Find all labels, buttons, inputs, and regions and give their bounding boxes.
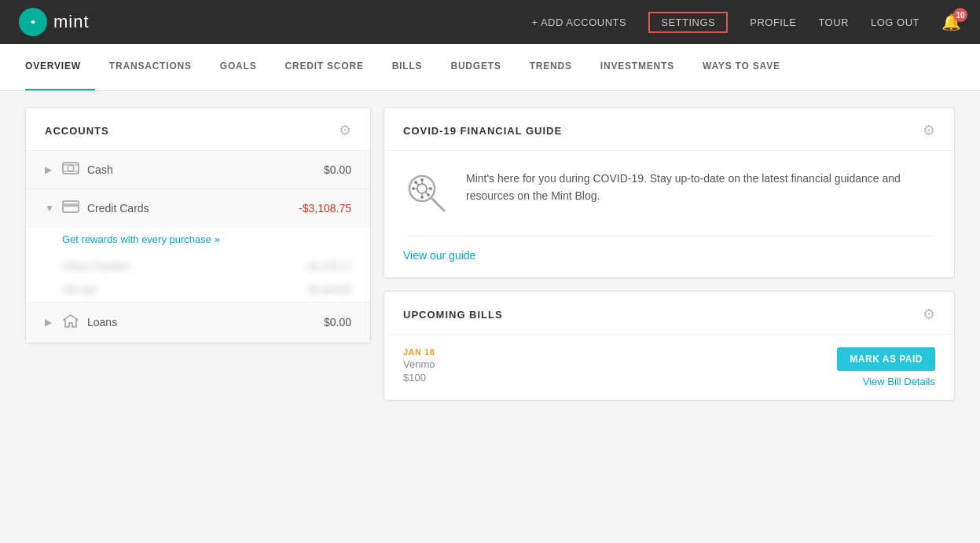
bill-date: JAN 18 [403,347,837,357]
add-accounts-link[interactable]: + ADD ACCOUNTS [531,17,626,28]
covid-view-guide-link[interactable]: View our guide [384,249,954,277]
credit-cards-group: ▼ Credit Cards -$3,108.75 Get rewards wi… [26,189,370,303]
subnav-bills[interactable]: BILLS [378,44,437,91]
tour-link[interactable]: TOUR [818,17,849,28]
subnav-ways-to-save[interactable]: WAYS TO SAVE [688,44,795,91]
credit-subrow-1-amount: -$1,475.72 [306,261,351,272]
logo-icon [19,8,47,36]
subnav-investments[interactable]: INVESTMENTS [586,44,688,91]
notification-button[interactable]: 🔔 10 [941,13,961,31]
bill-amount: $100 [403,372,837,383]
svg-point-23 [427,193,430,196]
credit-subrow-1-name: Chase Freedom [62,261,130,272]
credit-subrow-1: Chase Freedom -$1,475.72 [26,255,370,278]
svg-rect-7 [63,204,79,207]
settings-link[interactable]: SETTINGS [648,12,728,33]
svg-line-10 [431,198,444,211]
subnav-trends[interactable]: TRENDS [516,44,586,91]
cash-group: ▶ Cash $0.00 [26,151,370,189]
subnav-overview[interactable]: OVERVIEW [25,44,95,91]
accounts-header: ACCOUNTS ⚙ [26,108,370,151]
credit-cards-row[interactable]: ▼ Credit Cards -$3,108.75 [26,189,370,227]
subnav-transactions[interactable]: TRANSACTIONS [95,44,206,91]
right-panel: COVID-19 FINANCIAL GUIDE ⚙ [384,107,955,401]
bills-settings-icon[interactable]: ⚙ [923,306,935,323]
loans-row[interactable]: ▶ Loans $0.00 [26,303,370,342]
svg-marker-8 [64,315,78,327]
loans-amount: $0.00 [324,316,351,328]
covid-magnify-icon [403,170,450,217]
main-content: ACCOUNTS ⚙ ▶ Cash $0.00 [0,91,980,416]
accounts-card: ACCOUNTS ⚙ ▶ Cash $0.00 [25,107,371,343]
loans-group: ▶ Loans $0.00 [26,303,370,343]
bills-card: UPCOMING BILLS ⚙ JAN 18 Venmo $100 MARK … [384,291,955,401]
covid-divider [403,236,935,237]
bills-info: JAN 18 Venmo $100 [403,347,837,383]
app-header: mint + ADD ACCOUNTS SETTINGS PROFILE TOU… [0,0,980,44]
subnav-credit-score[interactable]: CREDIT SCORE [270,44,377,91]
covid-body: Mint's here for you during COVID-19. Sta… [384,151,954,236]
loans-chevron-icon: ▶ [45,317,54,328]
svg-point-15 [420,196,424,199]
accounts-settings-icon[interactable]: ⚙ [339,122,351,139]
svg-line-20 [417,183,419,185]
subnav-budgets[interactable]: BUDGETS [436,44,515,91]
bills-header: UPCOMING BILLS ⚙ [384,292,954,335]
covid-settings-icon[interactable]: ⚙ [923,122,935,139]
cash-amount: $0.00 [324,163,351,176]
loans-icon [62,314,79,331]
covid-title: COVID-19 FINANCIAL GUIDE [403,125,562,137]
notification-badge: 10 [953,8,967,22]
logout-link[interactable]: LOG OUT [871,17,919,28]
covid-card: COVID-19 FINANCIAL GUIDE ⚙ [384,107,955,278]
profile-link[interactable]: PROFILE [750,17,796,28]
view-bill-details-link[interactable]: View Bill Details [863,376,935,387]
mark-as-paid-button[interactable]: MARK AS PAID [837,347,935,371]
header-nav: + ADD ACCOUNTS SETTINGS PROFILE TOUR LOG… [531,12,961,33]
accounts-title: ACCOUNTS [45,125,109,137]
credit-subrow-2: Citi card -$1,633.03 [26,278,370,302]
cash-name: Cash [87,163,316,176]
credit-cards-amount: -$3,108.75 [299,202,351,215]
subnav-goals[interactable]: GOALS [206,44,271,91]
logo: mint [19,8,90,36]
credit-card-icon [62,200,79,216]
svg-line-22 [425,192,428,194]
left-panel: ACCOUNTS ⚙ ▶ Cash $0.00 [25,107,371,401]
svg-point-21 [414,181,417,184]
loans-name: Loans [87,316,316,328]
covid-body-text: Mint's here for you during COVID-19. Sta… [466,170,935,205]
cash-icon [62,162,79,178]
logo-text: mint [53,12,90,32]
credit-cards-name: Credit Cards [87,202,291,215]
svg-point-19 [429,187,432,190]
credit-subrow-2-name: Citi card [62,284,97,295]
bills-body: JAN 18 Venmo $100 MARK AS PAID View Bill… [384,335,954,400]
credit-subrow-2-amount: -$1,633.03 [306,284,351,295]
cash-chevron-icon: ▶ [45,164,54,175]
svg-point-3 [68,165,74,171]
sub-navigation: OVERVIEW TRANSACTIONS GOALS CREDIT SCORE… [0,44,980,91]
bill-name: Venmo [403,358,837,370]
credit-reward-link[interactable]: Get rewards with every purchase » [26,227,370,255]
svg-point-1 [31,20,35,24]
bills-title: UPCOMING BILLS [403,309,503,321]
cash-row[interactable]: ▶ Cash $0.00 [26,151,370,189]
svg-point-13 [420,178,424,182]
credit-chevron-icon: ▼ [45,203,54,214]
svg-point-17 [412,187,415,190]
svg-rect-2 [63,163,79,174]
bills-actions: MARK AS PAID View Bill Details [837,347,935,387]
covid-header: COVID-19 FINANCIAL GUIDE ⚙ [384,108,954,151]
